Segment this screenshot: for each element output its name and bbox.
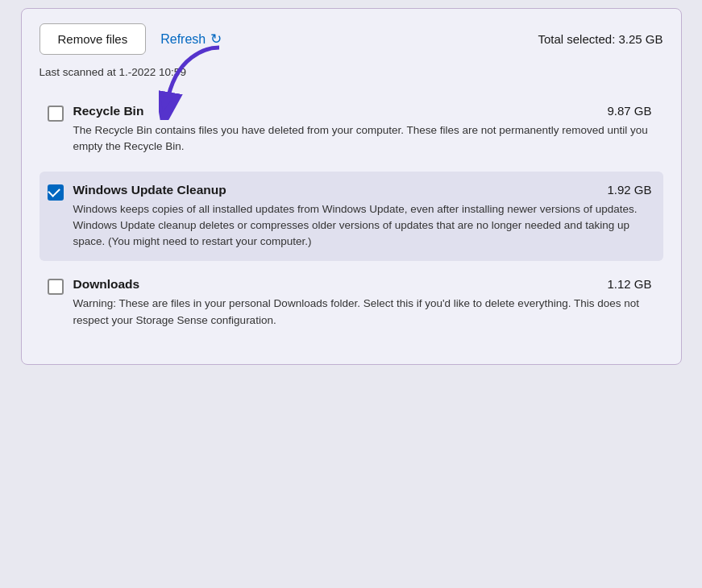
checkbox-wrap-recycle-bin [48, 106, 64, 122]
item-title-recycle-bin: Recycle Bin [73, 104, 144, 118]
top-left-actions: Remove files Refresh ↻ [39, 23, 222, 55]
item-size-recycle-bin: 9.87 GB [607, 104, 651, 118]
refresh-button[interactable]: Refresh ↻ [160, 31, 222, 48]
checkbox-wrap-downloads [48, 279, 64, 295]
item-desc-recycle-bin: The Recycle Bin contains files you have … [73, 122, 652, 155]
item-content-recycle-bin: Recycle Bin9.87 GBThe Recycle Bin contai… [73, 104, 652, 155]
item-content-downloads: Downloads1.12 GBWarning: These are files… [73, 277, 652, 329]
item-header-downloads: Downloads1.12 GB [73, 277, 652, 292]
item-desc-windows-update-cleanup: Windows keeps copies of all installed up… [73, 201, 652, 251]
item-title-windows-update-cleanup: Windows Update Cleanup [73, 183, 226, 197]
top-bar: Remove files Refresh ↻ Total selected: 3… [39, 23, 663, 55]
checkbox-windows-update-cleanup[interactable] [48, 184, 64, 201]
items-list: Recycle Bin9.87 GBThe Recycle Bin contai… [39, 93, 663, 340]
item-card-recycle-bin: Recycle Bin9.87 GBThe Recycle Bin contai… [39, 93, 663, 167]
item-size-downloads: 1.12 GB [607, 277, 651, 291]
refresh-icon: ↻ [210, 31, 222, 48]
item-content-windows-update-cleanup: Windows Update Cleanup1.92 GBWindows kee… [73, 183, 652, 251]
checkbox-downloads[interactable] [48, 279, 64, 295]
last-scanned-text: Last scanned at 1.-2022 10:59 [39, 66, 663, 78]
item-size-windows-update-cleanup: 1.92 GB [607, 183, 651, 197]
main-container: Remove files Refresh ↻ Total selected: 3… [21, 8, 682, 365]
item-title-downloads: Downloads [73, 277, 140, 292]
item-header-recycle-bin: Recycle Bin9.87 GB [73, 104, 652, 118]
item-card-windows-update-cleanup: Windows Update Cleanup1.92 GBWindows kee… [39, 172, 663, 262]
checkbox-wrap-windows-update-cleanup [48, 184, 64, 201]
item-card-downloads: Downloads1.12 GBWarning: These are files… [39, 266, 663, 340]
item-desc-downloads: Warning: These are files in your persona… [73, 296, 652, 329]
refresh-label: Refresh [160, 32, 206, 47]
item-header-windows-update-cleanup: Windows Update Cleanup1.92 GB [73, 183, 652, 197]
checkbox-recycle-bin[interactable] [48, 106, 64, 122]
total-selected-label: Total selected: 3.25 GB [538, 32, 663, 46]
remove-files-button[interactable]: Remove files [39, 23, 147, 55]
